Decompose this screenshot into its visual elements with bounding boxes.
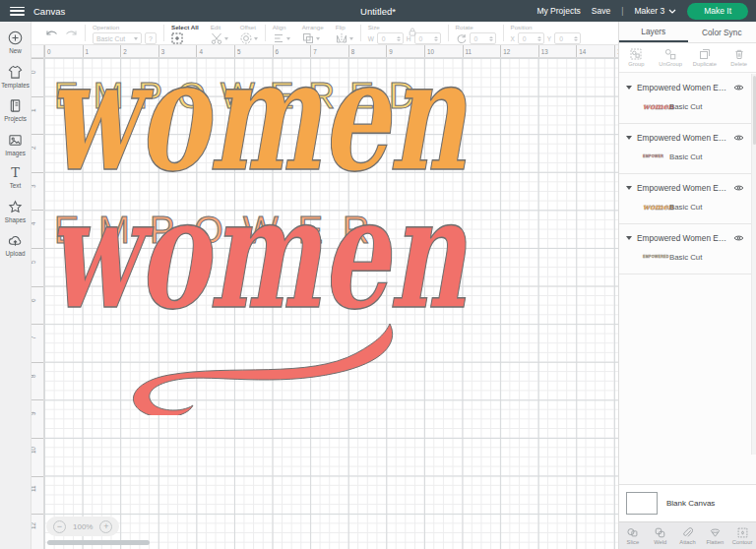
operation-select[interactable]: Basic Cut <box>93 32 142 44</box>
sidebar-item-text[interactable]: T Text <box>10 166 22 189</box>
ruler-tick: 3 <box>32 172 43 211</box>
ruler-tick: 12 <box>32 514 43 549</box>
help-button[interactable]: ? <box>145 32 157 44</box>
edit-group: Edit <box>205 22 234 44</box>
weld-button[interactable]: Weld <box>647 522 674 549</box>
flip-dropdown[interactable] <box>336 32 353 44</box>
zoom-out-button[interactable]: − <box>53 520 66 533</box>
x-stepper[interactable] <box>537 36 541 41</box>
layer-header[interactable]: Empowered Women Emplo... <box>619 128 751 148</box>
align-dropdown[interactable] <box>273 32 290 44</box>
arrange-dropdown[interactable] <box>302 32 324 44</box>
topbar-separator: | <box>621 6 623 16</box>
caret-down-icon[interactable] <box>626 136 632 140</box>
canvas-grid[interactable]: EMPOWERED women EMPOWER women <box>44 58 618 549</box>
canvas-color-swatch[interactable] <box>626 492 658 515</box>
group-button[interactable]: Group <box>619 43 654 72</box>
horizontal-scrollbar[interactable] <box>47 540 150 545</box>
ungroup-button[interactable]: UnGroup <box>654 43 688 72</box>
panel-scrollbar[interactable] <box>751 74 756 455</box>
sidebar-item-projects[interactable]: Projects <box>4 98 27 122</box>
ruler-tick: 7 <box>310 45 348 57</box>
layer-thumbnail: women <box>643 203 662 211</box>
eye-icon[interactable] <box>733 134 744 142</box>
slice-button[interactable]: Slice <box>619 522 647 549</box>
sidebar-item-templates[interactable]: Templates <box>1 65 30 89</box>
layer-sublayer[interactable]: EMPOWER Basic Cut <box>619 148 751 165</box>
flip-icon <box>336 32 347 44</box>
slice-icon <box>627 527 638 538</box>
x-input[interactable]: 0 <box>518 32 544 44</box>
delete-button[interactable]: Delete <box>722 43 756 72</box>
save-link[interactable]: Save <box>592 6 610 16</box>
ruler-tick: 10 <box>424 45 463 57</box>
text-icon: T <box>11 166 20 180</box>
ruler-tick: 8 <box>32 362 43 400</box>
select-all-button[interactable] <box>171 32 199 44</box>
layer-sublayer[interactable]: women Basic Cut <box>619 198 751 215</box>
width-stepper[interactable] <box>397 36 401 41</box>
caret-down-icon[interactable] <box>626 86 632 90</box>
caret-down-icon[interactable] <box>626 186 632 190</box>
layer-title: Empowered Women Emplo... <box>637 133 728 143</box>
menu-icon[interactable] <box>10 7 25 16</box>
redo-icon[interactable] <box>65 29 78 39</box>
ruler-tick: 4 <box>32 210 43 248</box>
ruler-tick: 0 <box>32 58 43 96</box>
left-sidebar: New Templates Projects Images T Text Sha… <box>0 22 32 549</box>
eye-icon[interactable] <box>733 84 744 92</box>
flip-group: Flip <box>330 22 359 44</box>
flip-label: Flip <box>336 24 353 30</box>
tab-color-sync[interactable]: Color Sync <box>688 22 756 42</box>
paperclip-icon <box>682 527 693 538</box>
contour-button[interactable]: Contour <box>728 522 756 549</box>
align-icon <box>273 32 284 44</box>
operation-label: Operation <box>93 24 157 30</box>
sidebar-item-images[interactable]: Images <box>5 133 26 156</box>
make-it-button[interactable]: Make It <box>687 3 748 20</box>
layer-header[interactable]: Empowered Women Emplo... <box>619 78 751 97</box>
blank-canvas-row[interactable]: Blank Canvas <box>619 484 756 521</box>
sidebar-item-upload[interactable]: Upload <box>6 233 26 257</box>
layer-header[interactable]: Empowered Women Emplo... <box>619 178 751 198</box>
y-input[interactable]: 0 <box>554 32 581 44</box>
height-stepper[interactable] <box>434 36 438 41</box>
my-projects-link[interactable]: My Projects <box>536 6 580 16</box>
y-stepper[interactable] <box>574 36 578 41</box>
layer-group: Empowered Women Emplo... EMPOWER Basic C… <box>619 124 751 174</box>
tab-layers[interactable]: Layers <box>619 22 688 42</box>
duplicate-button[interactable]: Duplicate <box>688 43 723 72</box>
layer-header[interactable]: Empowered Women Emplo... <box>619 228 751 248</box>
rotate-input[interactable]: 0 <box>470 32 496 44</box>
machine-select[interactable]: Maker 3 <box>634 6 676 16</box>
artwork-swoosh-tail[interactable] <box>128 322 396 415</box>
layer-thumbnail: EMPOWER <box>643 152 662 160</box>
width-input[interactable]: 0 <box>377 32 404 44</box>
layer-group: Empowered Women Emplo... women Basic Cut <box>619 174 751 224</box>
eye-icon[interactable] <box>733 234 744 242</box>
layer-sublayer[interactable]: women Basic Cut <box>619 97 751 115</box>
layer-title: Empowered Women Emplo... <box>637 83 728 92</box>
attach-button[interactable]: Attach <box>674 522 702 549</box>
height-input[interactable]: 0 <box>414 32 441 44</box>
caret-down-icon[interactable] <box>626 236 632 240</box>
offset-dropdown[interactable] <box>240 32 258 44</box>
artwork-women-coral-script[interactable]: women <box>46 176 467 331</box>
undo-icon[interactable] <box>45 29 58 39</box>
ruler-tick: 2 <box>120 45 158 57</box>
sidebar-item-new[interactable]: New <box>8 30 23 54</box>
flatten-button[interactable]: Flatten <box>701 522 728 549</box>
layer-cut-type: Basic Cut <box>669 253 702 262</box>
rotate-stepper[interactable] <box>489 36 493 41</box>
eye-icon[interactable] <box>733 184 744 192</box>
zoom-in-button[interactable]: + <box>99 520 112 533</box>
layer-sublayer[interactable]: EMPOWERED Basic Cut <box>619 248 751 266</box>
ungroup-icon <box>664 48 676 60</box>
lock-icon[interactable] <box>409 23 416 40</box>
layer-cut-type: Basic Cut <box>669 203 702 212</box>
y-label: Y <box>547 35 551 42</box>
select-all-label: Select All <box>171 24 199 30</box>
canvas-area[interactable]: 0123456789101112131415 0123456789101112 … <box>32 45 618 549</box>
edit-dropdown[interactable] <box>211 32 228 44</box>
sidebar-item-shapes[interactable]: Shapes <box>5 200 26 223</box>
